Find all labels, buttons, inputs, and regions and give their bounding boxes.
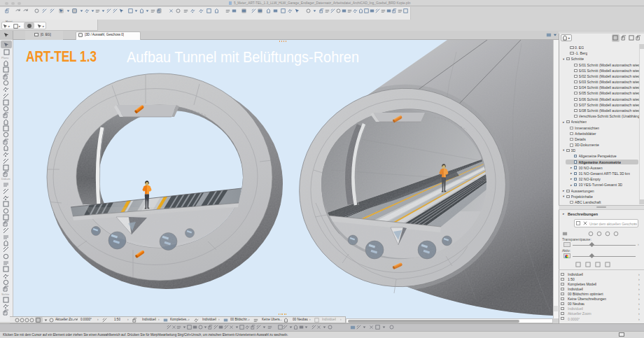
svg-text:Aufbau Tunnel mit Belüftungs-R: Aufbau Tunnel mit Belüftungs-Rohren <box>127 48 359 66</box>
svg-text:ART-TEL 1.3: ART-TEL 1.3 <box>26 48 97 65</box>
